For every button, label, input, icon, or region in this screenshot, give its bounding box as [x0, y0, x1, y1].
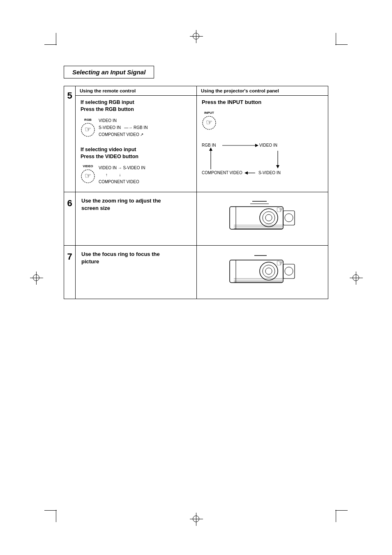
svg-point-34	[265, 268, 272, 274]
svg-text:COMPONENT VIDEO: COMPONENT VIDEO	[202, 170, 242, 175]
main-content: Selecting an Input Signal 5 Using the re…	[64, 66, 328, 489]
step6-number: 6	[64, 192, 76, 245]
input-cycle-diagram: RGB IN VIDEO IN	[202, 138, 323, 178]
svg-rect-31	[230, 260, 283, 283]
registration-mark-bottom	[193, 516, 199, 522]
input-icon-area: INPUT ☞	[202, 111, 217, 130]
svg-point-42	[285, 267, 293, 275]
rgb-signal-flow: VIDEO IN S-VIDEO IN —→ RGB IN COMPONENT …	[99, 117, 148, 138]
svg-text:VIDEO IN: VIDEO IN	[259, 143, 277, 147]
svg-rect-18	[230, 207, 283, 229]
right-col-content: Press the INPUT button INPUT ☞	[197, 96, 328, 181]
input-label: INPUT	[204, 111, 214, 115]
video-signal-flow: VIDEO IN → S-VIDEO IN ↑ ↓ COMPONENT VIDE…	[99, 164, 145, 185]
input-button-title: Press the INPUT button	[202, 99, 323, 105]
crop-mark	[336, 510, 336, 522]
svg-marker-11	[209, 147, 212, 151]
rgb-hand-area: RGB ☞	[81, 118, 95, 137]
cycle-diagram-svg: RGB IN VIDEO IN	[202, 138, 296, 175]
focus-projector-illustration: ☞	[228, 250, 297, 293]
svg-text:☞: ☞	[85, 172, 91, 180]
video-hand-area: VIDEO ☞	[81, 164, 95, 184]
video-diagram: VIDEO ☞ VIDEO IN → S-VIDEO IN ↑ ↓	[81, 164, 191, 185]
step7-description: Use the focus ring to focus thepicture	[81, 251, 191, 265]
crop-mark	[56, 33, 56, 45]
svg-point-30	[285, 214, 293, 222]
crop-mark	[44, 510, 57, 511]
step7-number: 7	[64, 245, 76, 299]
step5-number: 5	[64, 86, 76, 192]
svg-text:☞: ☞	[206, 118, 212, 127]
svg-point-33	[263, 265, 275, 277]
crop-mark	[335, 510, 348, 511]
step6-description-col: Use the zoom ring to adjust thescreen si…	[76, 192, 197, 245]
step7-description-col: Use the focus ring to focus thepicture	[76, 245, 197, 299]
video-button-hand-icon: ☞	[81, 169, 95, 184]
right-col-header: Using the projector's control panel	[197, 86, 328, 96]
step5-right-col: Using the projector's control panel Pres…	[197, 86, 328, 192]
rgb-label: RGB	[84, 118, 92, 122]
input-button-hand-icon: ☞	[202, 115, 217, 130]
step6-illustration-col: ☞	[197, 192, 328, 245]
registration-mark-right	[353, 274, 359, 281]
rgb-button-hand-icon: ☞	[81, 122, 95, 137]
step6-row: 6 Use the zoom ring to adjust thescreen …	[64, 192, 328, 245]
input-hand-area: INPUT ☞	[202, 111, 323, 130]
page: Selecting an Input Signal 5 Using the re…	[0, 0, 392, 555]
registration-mark-top	[193, 33, 199, 39]
svg-marker-16	[244, 171, 248, 175]
step5-left-col: Using the remote control If selecting RG…	[76, 86, 197, 192]
zoom-projector-illustration: ☞	[228, 196, 297, 240]
video-label: VIDEO	[83, 164, 93, 168]
svg-marker-8	[255, 144, 258, 147]
crop-mark	[336, 33, 336, 45]
step5-row: 5 Using the remote control If selecting …	[64, 86, 328, 192]
svg-text:☞: ☞	[85, 125, 91, 134]
svg-marker-13	[276, 165, 279, 168]
svg-text:RGB IN: RGB IN	[202, 143, 216, 147]
step6-description: Use the zoom ring to adjust thescreen si…	[81, 197, 191, 212]
video-section-title: If selecting video inputPress the VIDEO …	[81, 146, 191, 160]
svg-point-20	[263, 212, 275, 224]
registration-mark-left	[33, 274, 39, 281]
rgb-section: If selecting RGB inputPress the RGB butt…	[76, 96, 196, 192]
section-title: Selecting an Input Signal	[64, 66, 154, 78]
crop-mark	[335, 44, 348, 45]
step7-illustration-col: ☞	[197, 245, 328, 299]
rgb-diagram: RGB ☞ VIDEO IN	[81, 117, 191, 138]
svg-text:S-VIDEO IN: S-VIDEO IN	[258, 170, 281, 175]
instruction-table: 5 Using the remote control If selecting …	[64, 86, 328, 299]
crop-mark	[56, 510, 56, 522]
svg-point-21	[265, 214, 272, 221]
crop-mark	[44, 44, 57, 45]
step7-row: 7 Use the focus ring to focus thepicture	[64, 245, 328, 299]
left-col-header: Using the remote control	[76, 86, 196, 96]
rgb-section-title: If selecting RGB inputPress the RGB butt…	[81, 99, 191, 113]
